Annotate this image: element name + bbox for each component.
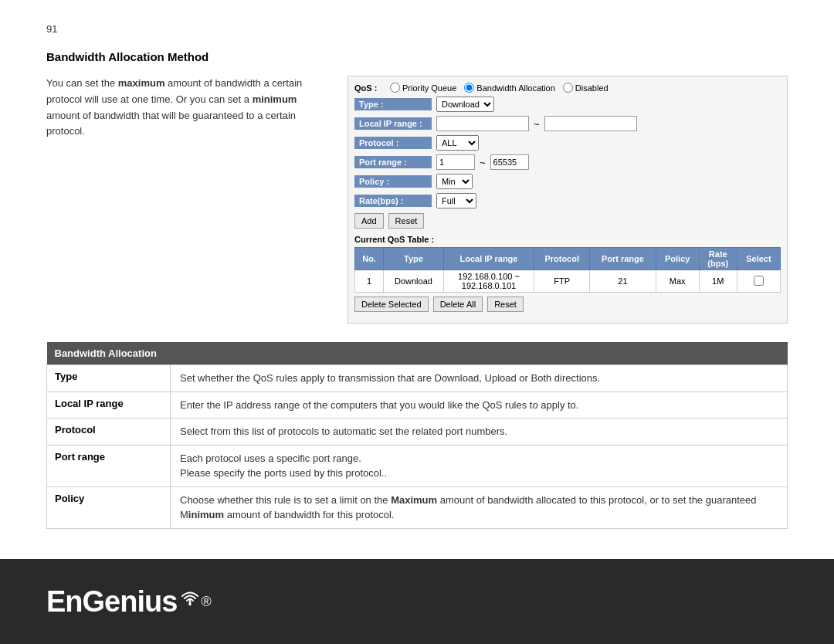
local-ip-range-label: Local IP range : <box>354 117 432 130</box>
col-port-range: Port range <box>590 248 656 270</box>
info-label-policy: Policy <box>47 486 171 528</box>
info-desc-port-range: Each protocol uses a specific port range… <box>171 445 788 486</box>
cell-ip-range: 192.168.0.100 ~192.168.0.101 <box>443 270 534 293</box>
protocol-label: Protocol : <box>354 137 432 149</box>
current-qos-title: Current QoS Table : <box>354 235 781 244</box>
info-desc-type: Set whether the QoS rules apply to trans… <box>171 365 788 392</box>
info-label-port-range: Port range <box>47 445 171 486</box>
wifi-icon <box>179 589 201 606</box>
info-desc-protocol: Select from this list of protocols to au… <box>171 419 788 446</box>
cell-port: 21 <box>590 270 656 293</box>
rate-label: Rate(bps) : <box>354 195 432 207</box>
policy-select[interactable]: Min Max <box>436 174 473 189</box>
add-reset-buttons: Add Reset <box>354 213 781 229</box>
tilde-port: ~ <box>480 157 486 168</box>
col-local-ip: Local IP range <box>443 248 534 270</box>
cell-no: 1 <box>355 270 384 293</box>
add-button[interactable]: Add <box>354 213 384 229</box>
table-action-buttons: Delete Selected Delete All Reset <box>354 297 781 312</box>
info-row-policy: Policy Choose whether this rule is to se… <box>47 486 788 528</box>
cell-policy: Max <box>656 270 699 293</box>
col-protocol: Protocol <box>534 248 590 270</box>
cell-rate: 1M <box>699 270 737 293</box>
port-range-end[interactable] <box>490 154 529 170</box>
brand-name: EnGenius <box>46 585 177 619</box>
qos-radio-group: Priority Queue Bandwidth Allocation Disa… <box>390 83 609 93</box>
info-row-protocol: Protocol Select from this list of protoc… <box>47 419 788 446</box>
qos-field-label: QoS : <box>354 83 385 93</box>
info-desc-local-ip: Enter the IP address range of the comput… <box>171 391 788 419</box>
info-row-local-ip: Local IP range Enter the IP address rang… <box>47 391 788 419</box>
reset-table-button[interactable]: Reset <box>487 297 524 312</box>
info-table: Bandwidth Allocation Type Set whether th… <box>46 342 788 529</box>
section-title: Bandwidth Allocation Method <box>46 50 788 63</box>
cell-protocol: FTP <box>534 270 590 293</box>
section-description: You can set the maximum amount of bandwi… <box>46 76 324 324</box>
footer: EnGenius ® <box>0 559 834 644</box>
info-row-port-range: Port range Each protocol uses a specific… <box>47 445 788 486</box>
cell-select[interactable] <box>737 270 780 293</box>
registered-mark: ® <box>201 594 211 610</box>
page-number: 91 <box>46 23 788 35</box>
local-ip-end[interactable] <box>544 116 637 131</box>
delete-all-button[interactable]: Delete All <box>433 297 483 312</box>
local-ip-start[interactable] <box>436 116 529 131</box>
info-row-type: Type Set whether the QoS rules apply to … <box>47 365 788 392</box>
type-label: Type : <box>354 98 432 110</box>
col-type: Type <box>384 248 444 270</box>
cell-type: Download <box>384 270 444 293</box>
rate-select[interactable]: Full 1M 512K <box>436 193 476 208</box>
table-row: 1 Download 192.168.0.100 ~192.168.0.101 … <box>355 270 781 293</box>
reset-button[interactable]: Reset <box>388 213 425 229</box>
col-select: Select <box>737 248 780 270</box>
col-rate: Rate(bps) <box>699 248 737 270</box>
tilde-ip: ~ <box>534 118 540 130</box>
info-label-local-ip: Local IP range <box>47 391 171 419</box>
qos-radio-disabled[interactable]: Disabled <box>563 83 609 93</box>
qos-panel: QoS : Priority Queue Bandwidth Allocatio… <box>348 76 788 324</box>
type-select[interactable]: Download Upload Both <box>436 97 494 112</box>
info-desc-policy: Choose whether this rule is to set a lim… <box>171 486 788 528</box>
info-label-protocol: Protocol <box>47 419 171 446</box>
brand-logo: EnGenius ® <box>46 585 212 619</box>
qos-radio-priority[interactable]: Priority Queue <box>390 83 456 93</box>
svg-point-0 <box>189 603 192 606</box>
protocol-select[interactable]: ALL FTP HTTP TCP UDP <box>436 135 479 151</box>
port-range-label: Port range : <box>354 156 432 168</box>
col-policy: Policy <box>656 248 699 270</box>
qos-table: No. Type Local IP range Protocol Port ra… <box>354 247 781 293</box>
col-no: No. <box>355 248 384 270</box>
info-table-header: Bandwidth Allocation <box>47 342 788 365</box>
port-range-start[interactable] <box>436 154 475 170</box>
qos-radio-bandwidth[interactable]: Bandwidth Allocation <box>464 83 555 93</box>
delete-selected-button[interactable]: Delete Selected <box>354 297 429 312</box>
info-label-type: Type <box>47 365 171 392</box>
policy-label: Policy : <box>354 175 432 188</box>
